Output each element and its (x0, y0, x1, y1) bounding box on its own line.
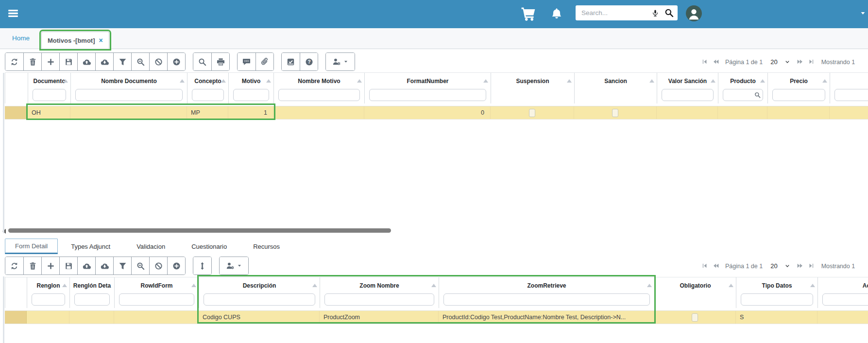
cell-producto[interactable] (718, 106, 767, 119)
column-header-obligatorio[interactable]: Obligatorio (655, 277, 736, 293)
table-row[interactable]: Codigo CUPSProductZoomProductId:Codigo T… (5, 310, 868, 324)
navbar-dropdown-button[interactable] (859, 10, 866, 17)
filter-input-precio[interactable] (772, 89, 825, 101)
filter-input-rowidform[interactable] (119, 293, 194, 306)
ban-button[interactable] (149, 257, 167, 274)
cart-button[interactable] (521, 6, 536, 21)
avatar[interactable] (686, 5, 702, 21)
column-header-motivo[interactable]: Motivo (229, 73, 273, 89)
checkbox[interactable] (692, 313, 698, 322)
plus-circle-button[interactable] (167, 257, 185, 274)
column-header-valor-sancion[interactable]: Valor Sanción (657, 73, 718, 89)
voice-search-button[interactable] (651, 8, 659, 18)
cell-row-handle[interactable] (5, 106, 28, 119)
column-header-renglon[interactable]: Renglon (27, 277, 69, 293)
cloud-upload-button[interactable] (77, 257, 95, 274)
column-header-nombre-motivo[interactable]: Nombre Motivo (274, 73, 364, 89)
tab-motivos[interactable]: Motivos -[bmot] × (41, 32, 109, 49)
detail-tab-types-adjunct[interactable]: Types Adjunct (58, 239, 123, 254)
table-row[interactable]: OHMP10 (5, 106, 868, 120)
cell-formatnumber[interactable]: 0 (364, 106, 491, 119)
cell-documento[interactable]: OH (28, 106, 70, 119)
cell-ac[interactable] (817, 311, 868, 324)
page-size-select[interactable]: 20 (770, 58, 790, 66)
detail-tab-validacion[interactable]: Validacion (123, 239, 178, 254)
print-button[interactable] (211, 53, 229, 70)
cell-renglon[interactable] (27, 311, 69, 324)
next-page-button[interactable] (797, 59, 803, 65)
column-header-concepto[interactable]: Concepto (187, 73, 228, 89)
column-header-formatnumber[interactable]: FormatNumber (365, 73, 491, 89)
first-page-button[interactable] (701, 263, 708, 269)
cell-valor-sancion[interactable] (657, 106, 718, 119)
paperclip-button[interactable] (255, 53, 273, 70)
cloud-download-button[interactable] (95, 257, 113, 274)
plus-circle-button[interactable] (167, 53, 185, 70)
cell-suspension[interactable] (491, 106, 574, 119)
column-header-descripcion[interactable]: Descripción (199, 277, 320, 293)
menu-button[interactable] (7, 8, 19, 19)
zoom-out-button[interactable] (131, 257, 149, 274)
prev-page-button[interactable] (713, 59, 719, 65)
user-gear-button[interactable] (326, 53, 355, 70)
column-header-zoom-nombre[interactable]: Zoom Nombre (320, 277, 439, 293)
ban-button[interactable] (149, 53, 167, 70)
column-header-ac[interactable]: Ac (818, 277, 868, 293)
cloud-download-button[interactable] (95, 53, 113, 70)
cell-sancion[interactable] (574, 106, 657, 119)
filter-input-zoom-nombre[interactable] (324, 293, 434, 306)
column-header-dia[interactable]: Dia (830, 73, 868, 89)
last-page-button[interactable] (808, 263, 815, 269)
filter-input-descripcion[interactable] (204, 293, 315, 306)
detail-tab-cuestionario[interactable]: Cuestionario (178, 239, 240, 254)
detail-tab-form-detail[interactable]: Form Detail (5, 239, 58, 254)
filter-input-renglon-detalle[interactable] (74, 293, 110, 306)
filter-input-tipo-datos[interactable] (741, 293, 813, 306)
last-page-button[interactable] (808, 59, 815, 65)
notifications-button[interactable] (551, 6, 562, 21)
column-header-suspension[interactable]: Suspension (491, 73, 574, 89)
detail-tab-recursos[interactable]: Recursos (240, 239, 293, 254)
filter-button[interactable] (113, 53, 131, 70)
filter-input-renglon[interactable] (32, 293, 65, 306)
page-size-select[interactable]: 20 (770, 262, 790, 270)
save-button[interactable] (59, 53, 77, 70)
cell-zoomretrieve[interactable]: ProductId:Codigo Test,ProductName:Nombre… (439, 311, 654, 324)
filter-input-ac[interactable] (822, 293, 868, 306)
scrollbar-thumb[interactable] (8, 228, 391, 233)
filter-input-nombre-documento[interactable] (75, 89, 183, 101)
column-header-producto[interactable]: Producto (718, 73, 767, 89)
cell-zoom-nombre[interactable]: ProductZoom (320, 311, 439, 324)
plus-button[interactable] (41, 257, 59, 274)
filter-input-documento[interactable] (33, 89, 66, 101)
cell-motivo[interactable]: 1 (228, 106, 273, 119)
tab-home[interactable]: Home (12, 34, 30, 42)
checkbox[interactable] (529, 109, 535, 117)
filter-input-dia[interactable] (834, 89, 868, 101)
close-icon[interactable]: × (99, 37, 102, 44)
plus-button[interactable] (41, 53, 59, 70)
column-header-rowidform[interactable]: RowIdForm (115, 277, 199, 293)
save-button[interactable] (59, 257, 77, 274)
column-header-nombre-documento[interactable]: Nombre Documento (71, 73, 187, 89)
filter-input-valor-sancion[interactable] (662, 89, 714, 101)
filter-input-formatnumber[interactable] (369, 89, 486, 101)
inbox-check-button[interactable] (282, 53, 300, 70)
filter-button[interactable] (113, 257, 131, 274)
refresh-button[interactable] (5, 257, 23, 274)
column-header-documento[interactable]: Documento (28, 73, 70, 89)
cell-descripcion[interactable]: Codigo CUPS (199, 311, 320, 324)
search-button[interactable] (193, 53, 211, 70)
cell-renglon-detalle[interactable] (69, 311, 114, 324)
refresh-button[interactable] (5, 53, 23, 70)
cloud-upload-button[interactable] (77, 53, 95, 70)
filter-input-concepto[interactable] (192, 89, 224, 101)
column-header-sancion[interactable]: Sancion (575, 73, 657, 89)
cell-dia[interactable] (830, 106, 868, 119)
cell-rowidform[interactable] (114, 311, 199, 324)
cell-tipo-datos[interactable]: S (736, 311, 817, 324)
user-gear-button[interactable] (220, 257, 248, 274)
filter-input-zoomretrieve[interactable] (443, 293, 650, 306)
zoom-out-button[interactable] (131, 53, 149, 70)
cell-concepto[interactable]: MP (187, 106, 228, 119)
